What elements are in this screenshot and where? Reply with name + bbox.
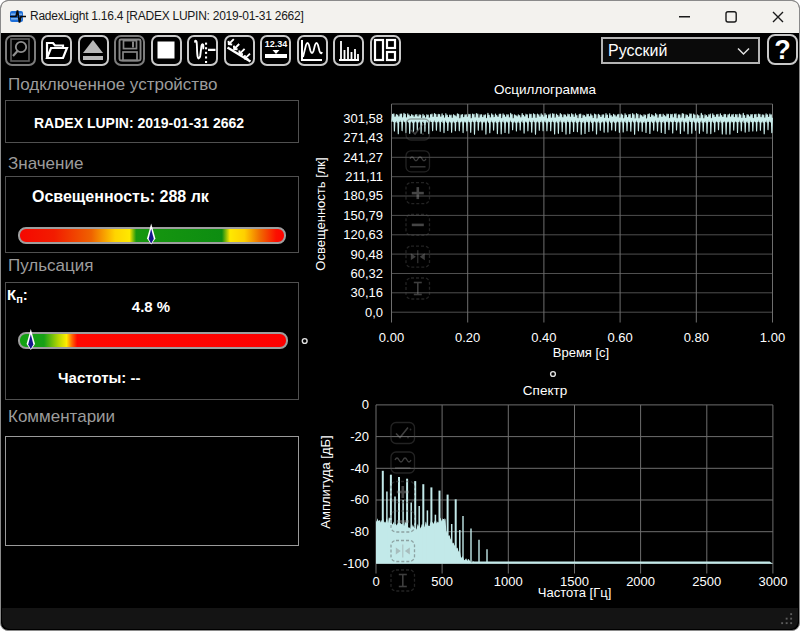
svg-text:90,48: 90,48 [350, 247, 383, 262]
svg-text:0.60: 0.60 [607, 330, 632, 345]
svg-text:Частота [Гц]: Частота [Гц] [538, 585, 612, 600]
svg-text:-80: -80 [350, 524, 369, 539]
svg-text:0.20: 0.20 [455, 330, 480, 345]
svg-text:271,43: 271,43 [343, 130, 383, 145]
svg-text:-60: -60 [350, 492, 369, 507]
svg-text:241,27: 241,27 [343, 150, 383, 165]
svg-text:Амплитуда [дБ]: Амплитуда [дБ] [318, 435, 333, 528]
svg-text:150,79: 150,79 [343, 208, 383, 223]
svg-text:Спектр: Спектр [523, 383, 567, 398]
svg-text:120,63: 120,63 [343, 227, 383, 242]
svg-text:0.80: 0.80 [684, 330, 709, 345]
svg-text:60,32: 60,32 [350, 266, 383, 281]
svg-text:-40: -40 [350, 461, 369, 476]
svg-text:-100: -100 [343, 556, 369, 571]
svg-text:Осциллограмма: Осциллограмма [494, 82, 596, 97]
svg-text:0: 0 [372, 574, 379, 589]
svg-text:2000: 2000 [626, 574, 655, 589]
svg-text:12.34: 12.34 [264, 39, 287, 49]
svg-text:500: 500 [431, 574, 453, 589]
svg-text:0.40: 0.40 [531, 330, 556, 345]
svg-text:Время [с]: Время [с] [553, 345, 609, 360]
svg-text:1.00: 1.00 [760, 330, 785, 345]
svg-text:30,16: 30,16 [350, 285, 383, 300]
svg-text:0.00: 0.00 [379, 330, 404, 345]
svg-text:3000: 3000 [758, 574, 787, 589]
svg-text:-20: -20 [350, 429, 369, 444]
svg-text:0: 0 [362, 397, 369, 412]
svg-text:Освещенность [лк]: Освещенность [лк] [313, 157, 328, 270]
svg-text:2500: 2500 [692, 574, 721, 589]
svg-text:301,58: 301,58 [343, 111, 383, 126]
svg-text:0,0: 0,0 [365, 305, 383, 320]
svg-text:1000: 1000 [494, 574, 523, 589]
svg-text:180,95: 180,95 [343, 188, 383, 203]
svg-text:211,11: 211,11 [345, 169, 383, 184]
